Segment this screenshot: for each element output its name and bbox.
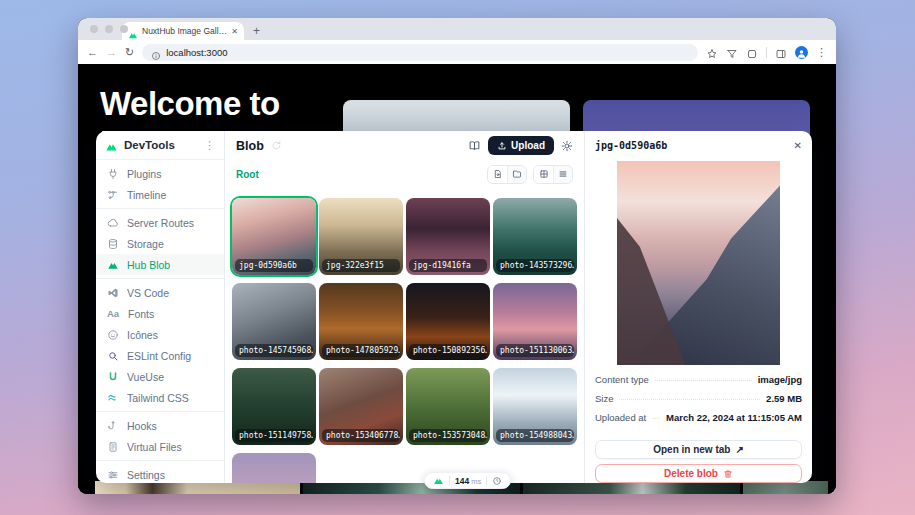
blob-tile[interactable]: photo-151130063… — [493, 283, 577, 360]
extensions-icon[interactable] — [746, 46, 758, 58]
blob-tile-selected[interactable]: jpg-0d590a6b — [232, 198, 316, 275]
nuxt-favicon — [128, 26, 138, 36]
blob-tile[interactable] — [232, 453, 316, 483]
blob-tile[interactable]: photo-151149758… — [232, 368, 316, 445]
blob-tile[interactable]: photo-143573296… — [493, 198, 577, 275]
vueuse-icon — [107, 371, 119, 383]
delete-blob-button[interactable]: Delete blob — [595, 464, 802, 483]
sidebar-nav: PluginsTimelineServer RoutesStorageHub B… — [96, 160, 224, 483]
new-tab-button[interactable]: + — [253, 22, 260, 40]
sidebar-item-hub-blob[interactable]: Hub Blob — [96, 254, 224, 275]
sidebar-item-fonts[interactable]: AaFonts — [96, 303, 224, 324]
sidebar-item-timeline[interactable]: Timeline — [96, 184, 224, 205]
browser-tab[interactable]: NuxtHub Image Gallery Starter ✕ — [122, 22, 244, 40]
blob-grid: jpg-0d590a6bjpg-322e3f15jpg-d19416faphot… — [225, 188, 584, 483]
sidebar-section-divider — [96, 460, 224, 461]
sidebar-item-plugins[interactable]: Plugins — [96, 163, 224, 184]
sidebar-item-label: Storage — [127, 238, 164, 250]
blob-tile[interactable]: photo-154988043… — [493, 368, 577, 445]
sidebar-item-server-routes[interactable]: Server Routes — [96, 212, 224, 233]
blob-tile[interactable]: photo-145745968… — [232, 283, 316, 360]
blob-tile-name: photo-150892356… — [409, 344, 487, 357]
url-text: localhost:3000 — [166, 47, 227, 58]
profile-avatar[interactable] — [795, 46, 808, 59]
timeline-icon — [107, 189, 119, 201]
browser-menu-icon[interactable]: ⋮ — [816, 46, 827, 59]
devtools-brand: DevTools — [124, 139, 198, 151]
breadcrumb-root[interactable]: Root — [236, 169, 259, 180]
folders-filter-button[interactable] — [507, 166, 526, 183]
files-filter-button[interactable] — [488, 166, 507, 183]
nuxt-pill-icon[interactable] — [433, 475, 444, 486]
sidebar-item-ic-nes[interactable]: Icônes — [96, 324, 224, 345]
blob-preview-image — [617, 161, 780, 365]
browser-tab-strip: NuxtHub Image Gallery Starter ✕ + — [78, 18, 836, 40]
list-icon — [558, 169, 568, 179]
upload-button[interactable]: Upload — [488, 136, 554, 155]
side-panel-icon[interactable] — [775, 46, 787, 58]
sidebar-item-label: Fonts — [128, 308, 154, 320]
sidebar-item-tailwind-css[interactable]: Tailwind CSS — [96, 387, 224, 408]
blob-tile[interactable]: jpg-d19416fa — [406, 198, 490, 275]
grid-view-button[interactable] — [534, 166, 553, 183]
blob-tile[interactable]: photo-153406778… — [319, 368, 403, 445]
sidebar-item-eslint-config[interactable]: ESLint Config — [96, 345, 224, 366]
blob-tile[interactable]: photo-150892356… — [406, 283, 490, 360]
browser-window: NuxtHub Image Gallery Starter ✕ + ← → ↻ … — [78, 18, 836, 494]
devtools-sidebar-header: DevTools ⋮ — [96, 131, 224, 160]
bookmark-star-icon[interactable] — [706, 46, 718, 58]
close-icon[interactable]: ✕ — [794, 140, 802, 151]
blob-tile-name: jpg-322e3f15 — [322, 259, 400, 272]
plug-icon — [107, 168, 119, 180]
clock-icon[interactable] — [492, 476, 502, 486]
blob-title: Blob — [236, 139, 264, 153]
blob-tile[interactable]: photo-153573048… — [406, 368, 490, 445]
forward-icon[interactable]: → — [106, 46, 117, 58]
reload-icon[interactable]: ↻ — [125, 46, 134, 59]
docs-book-icon[interactable] — [468, 139, 481, 152]
upload-icon — [497, 141, 507, 151]
blob-tile-name: jpg-0d590a6b — [235, 259, 313, 272]
funnel-icon[interactable] — [726, 46, 738, 58]
cloud-icon — [107, 217, 119, 229]
nuxt-icon — [107, 259, 119, 271]
address-bar[interactable]: localhost:3000 — [142, 44, 698, 61]
toolbar-divider — [766, 47, 767, 58]
nuxt-devtools-panel: DevTools ⋮ PluginsTimelineServer RoutesS… — [96, 131, 812, 483]
sidebar-item-hooks[interactable]: Hooks — [96, 415, 224, 436]
meta-row: Size 2.59 MB — [595, 393, 802, 412]
sidebar-item-storage[interactable]: Storage — [96, 233, 224, 254]
view-toggle-group — [533, 165, 573, 184]
back-icon[interactable]: ← — [87, 46, 98, 58]
blob-header: Blob Upload — [225, 131, 584, 160]
theme-sun-icon[interactable] — [561, 140, 573, 152]
sidebar-item-label: Hub Blob — [127, 259, 170, 271]
sidebar-item-vs-code[interactable]: VS Code — [96, 282, 224, 303]
desktop-background: NuxtHub Image Gallery Starter ✕ + ← → ↻ … — [0, 0, 915, 515]
refresh-icon[interactable] — [271, 140, 282, 151]
list-view-button[interactable] — [553, 166, 572, 183]
blob-tile-name: photo-153573048… — [409, 429, 487, 442]
blob-tile-name: photo-153406778… — [322, 429, 400, 442]
devtools-toggle-pill[interactable]: 144ms — [424, 472, 511, 489]
site-info-icon[interactable] — [151, 47, 161, 57]
window-traffic-lights[interactable] — [90, 25, 128, 33]
tab-title: NuxtHub Image Gallery Starter — [142, 26, 227, 36]
sidebar-section-divider — [96, 208, 224, 209]
blob-tile-name: photo-154988043… — [496, 429, 574, 442]
sidebar-item-vueuse[interactable]: VueUse — [96, 366, 224, 387]
blob-tile-name: jpg-d19416fa — [409, 259, 487, 272]
tab-close-icon[interactable]: ✕ — [231, 27, 238, 36]
hook-icon — [107, 420, 119, 432]
vscode-icon — [107, 287, 119, 299]
webpage-content: Welcome to image gallery DevTools ⋮ Plug… — [78, 64, 836, 494]
blob-tile[interactable]: photo-147805929… — [319, 283, 403, 360]
sidebar-menu-icon[interactable]: ⋮ — [204, 139, 215, 152]
open-in-new-tab-button[interactable]: Open in new tab ↗ — [595, 440, 802, 459]
sidebar-item-label: Tailwind CSS — [127, 392, 189, 404]
blob-tile[interactable]: jpg-322e3f15 — [319, 198, 403, 275]
sidebar-item-virtual-files[interactable]: Virtual Files — [96, 436, 224, 457]
devtools-sidebar: DevTools ⋮ PluginsTimelineServer RoutesS… — [96, 131, 225, 483]
sidebar-item-settings[interactable]: Settings — [96, 464, 224, 483]
blob-tile-name: photo-143573296… — [496, 259, 574, 272]
